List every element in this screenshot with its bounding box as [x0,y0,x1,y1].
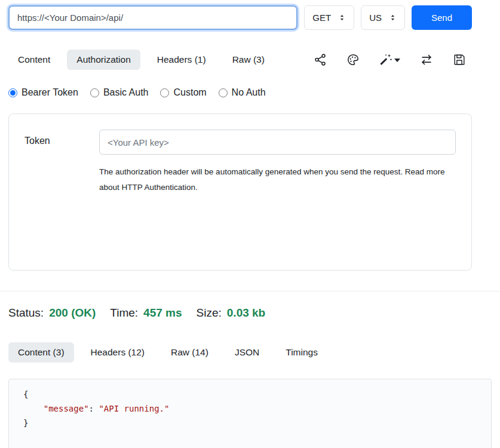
token-panel: Token The authorization header will be a… [8,113,472,271]
tab-response-raw[interactable]: Raw (14) [161,342,218,363]
token-input-column: The authorization header will be automat… [99,130,456,195]
tab-authorization[interactable]: Authorization [67,50,140,70]
palette-icon[interactable] [346,53,360,66]
auth-option-label: Bearer Token [22,87,78,98]
request-section: GET US Send Content Autho [0,0,500,271]
custom-radio[interactable] [160,88,169,97]
token-row: Token The authorization header will be a… [24,130,456,195]
save-icon[interactable] [453,53,466,66]
swap-arrows-icon[interactable] [420,53,433,66]
token-help-text: The authorization header will be automat… [99,164,453,195]
time-label: Time: [110,306,138,320]
auth-option-label: Custom [173,87,206,98]
updown-arrows-icon [338,14,346,22]
method-select[interactable]: GET [304,5,354,30]
url-row: GET US Send [8,5,472,30]
auth-option-basic-auth[interactable]: Basic Auth [90,87,149,98]
json-indent [23,404,44,413]
tab-response-headers[interactable]: Headers (12) [81,342,154,363]
status-value: 200 (OK) [49,306,96,320]
json-close-brace: } [23,418,28,428]
response-section: Status: 200 (OK) Time: 457 ms Size: 0.03… [0,291,500,448]
auth-option-bearer-token[interactable]: Bearer Token [8,87,78,98]
auth-option-label: No Auth [232,87,266,98]
tab-content[interactable]: Content [8,50,60,70]
tab-response-timings[interactable]: Timings [276,342,327,363]
tab-response-json[interactable]: JSON [225,342,269,363]
json-open-brace: { [23,389,28,399]
json-value: "API running." [99,404,169,413]
updown-arrows-icon [389,14,397,22]
auth-option-label: Basic Auth [103,87,149,98]
auth-option-custom[interactable]: Custom [160,87,206,98]
token-input[interactable] [99,130,456,155]
api-client-app: GET US Send Content Autho [0,0,500,448]
status-label: Status: [8,306,44,320]
json-colon: : [89,404,99,413]
token-label: Token [24,130,99,195]
auth-option-no-auth[interactable]: No Auth [219,87,266,98]
region-select[interactable]: US [361,5,405,30]
region-select-value: US [369,13,382,23]
auth-type-options: Bearer Token Basic Auth Custom No Auth [8,87,472,98]
response-tabs: Content (3) Headers (12) Raw (14) JSON T… [8,342,492,363]
method-select-value: GET [312,13,331,23]
size-label: Size: [197,306,222,320]
response-body[interactable]: { "message": "API running." } [8,379,492,448]
url-input[interactable] [8,5,297,30]
request-toolbar [314,53,472,66]
request-tabs-row: Content Authorization Headers (1) Raw (3… [8,50,472,70]
tab-response-content[interactable]: Content (3) [8,342,74,363]
bearer-token-radio[interactable] [8,88,17,97]
tab-raw[interactable]: Raw (3) [223,50,274,70]
tab-headers[interactable]: Headers (1) [148,50,216,70]
size-value: 0.03 kb [227,306,265,320]
response-status-row: Status: 200 (OK) Time: 457 ms Size: 0.03… [8,306,492,320]
basic-auth-radio[interactable] [90,88,99,97]
json-key: "message" [44,404,89,413]
send-button[interactable]: Send [412,5,472,30]
magic-wand-icon[interactable] [379,53,400,66]
time-value: 457 ms [143,306,182,320]
no-auth-radio[interactable] [219,88,228,97]
chevron-down-icon [394,59,400,62]
request-tabs: Content Authorization Headers (1) Raw (3… [8,50,274,70]
share-icon[interactable] [314,53,327,66]
